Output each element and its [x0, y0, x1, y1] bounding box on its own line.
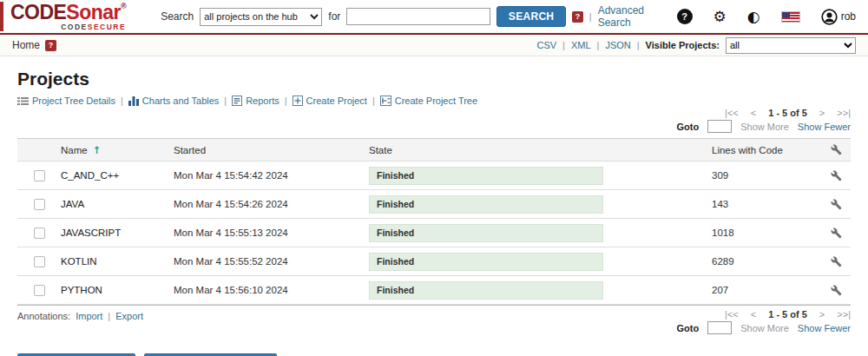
project-started: Mon Mar 4 15:55:52 2024	[174, 256, 369, 267]
search-help-icon[interactable]: ?	[572, 11, 582, 23]
wrench-icon[interactable]	[831, 227, 842, 239]
project-row: KOTLIN Mon Mar 4 15:55:52 2024 Finished …	[17, 247, 851, 276]
goto-page-input[interactable]	[707, 120, 732, 133]
separator: |	[224, 96, 227, 106]
next-page-button[interactable]: >	[819, 309, 825, 320]
state-progress-bar: Finished	[369, 224, 603, 242]
row-checkbox[interactable]	[34, 199, 45, 210]
separator: |	[637, 40, 640, 50]
separator: |	[589, 11, 592, 22]
search-button[interactable]: SEARCH	[496, 6, 566, 27]
project-state-label: Finished	[377, 285, 414, 295]
annotations-label: Annotations:	[17, 311, 70, 321]
project-tree-details-link[interactable]: Project Tree Details	[17, 96, 115, 106]
create-project-tree-label: Create Project Tree	[395, 96, 477, 106]
goto-page-input[interactable]	[707, 321, 732, 334]
state-progress-bar: Finished	[369, 253, 603, 271]
state-progress-bar: Finished	[369, 281, 603, 300]
project-started: Mon Mar 4 15:55:13 2024	[174, 227, 369, 238]
project-started: Mon Mar 4 15:54:26 2024	[174, 199, 369, 209]
table-header-row: Name↑ Started State Lines with Code	[17, 139, 851, 162]
separator: |	[285, 96, 287, 106]
wrench-icon[interactable]	[831, 199, 842, 210]
last-page-button[interactable]: >>|	[837, 108, 851, 118]
breadcrumb-home[interactable]: Home	[12, 39, 40, 51]
annotations-import-link[interactable]: Import	[76, 311, 102, 321]
project-state-cell: Finished	[369, 224, 616, 242]
search-input[interactable]	[346, 8, 490, 25]
create-project-link[interactable]: Create Project	[293, 96, 367, 106]
tools-column-header	[812, 144, 851, 155]
row-checkbox[interactable]	[34, 227, 45, 239]
project-state-cell: Finished	[369, 195, 616, 214]
last-page-button[interactable]: >>|	[837, 309, 851, 320]
export-xml-link[interactable]: XML	[571, 40, 591, 50]
project-row: JAVA Mon Mar 4 15:54:26 2024 Finished 14…	[17, 190, 851, 219]
separator: |	[597, 40, 600, 50]
pagination-bottom: |<< < 1 - 5 of 5 > >>| Goto Show More Sh…	[677, 309, 851, 334]
create-project-icon	[293, 96, 303, 106]
project-tree-details-label: Project Tree Details	[32, 96, 115, 106]
goto-label: Goto	[677, 122, 700, 132]
project-name[interactable]: KOTLIN	[61, 256, 97, 267]
home-help-icon[interactable]: ?	[45, 40, 56, 51]
project-state-label: Finished	[377, 170, 414, 181]
create-project-label: Create Project	[306, 96, 367, 106]
advanced-search-link[interactable]: Advanced Search	[598, 4, 677, 29]
annotations-export-link[interactable]: Export	[115, 311, 143, 321]
project-name[interactable]: PYTHON	[61, 285, 102, 295]
prev-page-button[interactable]: <	[751, 309, 756, 320]
search-zone: Search all projects on the hub for SEARC…	[161, 4, 676, 29]
reports-link[interactable]: Reports	[232, 96, 279, 106]
projects-toolbar: Project Tree Details | Charts and Tables…	[17, 96, 851, 106]
app-logo: CODESonar® CODESECURE	[10, 3, 126, 31]
search-scope-select[interactable]: all projects on the hub	[200, 8, 322, 26]
visible-projects-select[interactable]: all	[726, 37, 856, 54]
project-state-cell: Finished	[369, 253, 616, 271]
sort-ascending-icon: ↑	[93, 144, 102, 156]
create-project-tree-link[interactable]: Create Project Tree	[380, 96, 477, 106]
logo-accent-bar	[0, 2, 3, 31]
page-title: Projects	[17, 69, 851, 89]
separator: |	[121, 96, 123, 106]
tree-details-icon	[17, 96, 29, 106]
show-fewer-button[interactable]: Show Fewer	[798, 122, 851, 132]
row-checkbox[interactable]	[34, 285, 45, 296]
project-started: Mon Mar 4 15:54:42 2024	[174, 170, 369, 181]
user-menu[interactable]: rob	[821, 9, 856, 25]
wrench-icon[interactable]	[831, 256, 842, 267]
first-page-button[interactable]: |<<	[725, 309, 739, 320]
contrast-icon[interactable]: ◐︎	[747, 10, 760, 24]
lines-column-header[interactable]: Lines with Code	[616, 145, 812, 155]
show-fewer-button[interactable]: Show Fewer	[798, 323, 851, 333]
bar-chart-icon	[128, 96, 139, 106]
first-page-button[interactable]: |<<	[725, 108, 739, 118]
row-checkbox[interactable]	[34, 256, 45, 267]
export-json-link[interactable]: JSON	[605, 40, 630, 50]
project-lines: 309	[616, 170, 812, 181]
logo-text-sonar: Sonar	[66, 1, 121, 23]
wrench-icon[interactable]	[831, 170, 842, 181]
project-name[interactable]: JAVA	[61, 199, 84, 209]
project-name[interactable]: JAVASCRIPT	[61, 227, 121, 238]
main-content: Projects Project Tree Details | Charts a…	[0, 56, 868, 356]
started-column-header[interactable]: Started	[174, 145, 369, 155]
gear-icon[interactable]: ⚙︎	[713, 10, 727, 24]
next-page-button[interactable]: >	[819, 108, 825, 118]
row-checkbox[interactable]	[34, 170, 45, 181]
logo-sub-code: CODE	[61, 23, 88, 31]
wrench-icon[interactable]	[831, 285, 842, 296]
name-column-header[interactable]: Name↑	[61, 144, 174, 156]
wrench-icon[interactable]	[831, 144, 842, 155]
project-name[interactable]: C_AND_C++	[61, 170, 119, 181]
show-more-button[interactable]: Show More	[740, 323, 789, 333]
export-csv-link[interactable]: CSV	[536, 40, 556, 50]
language-flag-icon[interactable]	[781, 11, 800, 23]
state-column-header[interactable]: State	[369, 145, 616, 155]
pagination-top: |<< < 1 - 5 of 5 > >>| Goto Show More Sh…	[677, 108, 851, 133]
prev-page-button[interactable]: <	[751, 108, 756, 118]
show-more-button[interactable]: Show More	[740, 122, 789, 132]
registered-mark: ®	[121, 2, 126, 10]
help-icon[interactable]: ?	[677, 9, 693, 24]
charts-and-tables-link[interactable]: Charts and Tables	[128, 96, 219, 106]
